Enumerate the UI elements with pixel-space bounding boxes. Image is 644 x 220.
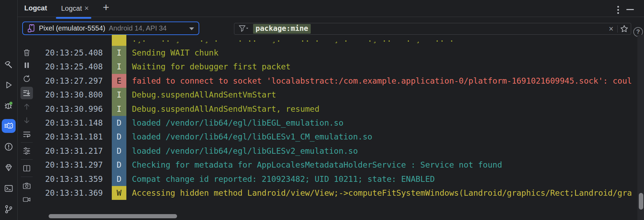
log-level-badge: I: [112, 60, 126, 74]
filter-input[interactable]: package:mine ×: [234, 23, 631, 35]
logcat-formatting-sliders-icon[interactable]: [22, 146, 31, 155]
log-row[interactable]: 20:13:27.297 E failed to connect to sock…: [36, 74, 637, 88]
log-row[interactable]: 20:13:30.996 I Debug.suspendAllAndSendVm…: [36, 102, 637, 116]
logcat-cat-icon: [4, 121, 14, 131]
dropdown-arrow-icon: [189, 27, 194, 30]
log-timestamp: 20:13:25.408: [45, 48, 103, 57]
device-details: Android 14, API 34: [109, 24, 167, 32]
clear-logcat-trash-icon[interactable]: [22, 48, 31, 57]
log-row[interactable]: 20:13:31.359 D Compat change id reported…: [36, 172, 637, 186]
log-level-badge: W: [112, 186, 126, 200]
next-occurrence-down-icon[interactable]: [22, 116, 31, 125]
kebab-menu-icon: [617, 9, 619, 11]
debug-running-dot: [9, 102, 12, 105]
virtual-device-phone-icon: [27, 24, 35, 33]
clear-filter-icon[interactable]: ×: [609, 24, 613, 34]
log-message: loaded /vendor/lib64/egl/libGLESv2_emula…: [132, 146, 358, 155]
tool-window-stripe: [0, 0, 18, 220]
log-timestamp: 20:13:27.297: [45, 76, 103, 85]
app-insights-gem-icon[interactable]: [4, 163, 14, 172]
log-level-badge: D: [112, 172, 126, 186]
log-row[interactable]: 20:13:31.148 D loaded /vendor/lib64/egl/…: [36, 116, 637, 130]
log-message: Debug.suspendAllAndSentVmStart: [132, 90, 276, 99]
screenshot-camera-icon[interactable]: [22, 181, 31, 190]
filter-query-chip: package:mine: [253, 24, 311, 34]
filter-funnel-icon: [239, 25, 249, 33]
log-timestamp: 20:13:30.800: [45, 90, 103, 99]
log-timestamp: 20:13:25.408: [45, 62, 103, 71]
header-divider: [18, 17, 644, 17]
tool-window-title: Logcat: [24, 4, 47, 12]
kebab-menu-icon: [617, 6, 619, 8]
log-message: failed to connect to socket 'localabstra…: [132, 76, 632, 85]
log-level-badge: D: [112, 144, 126, 158]
log-timestamp: 20:13:31.181: [45, 132, 103, 141]
run-play-icon[interactable]: [4, 80, 14, 90]
log-message: Debug.suspendAllAndSendVmStart, resumed: [132, 104, 319, 113]
log-message: Waiting for debugger first packet: [132, 62, 291, 71]
log-row[interactable]: 20:13:31.297 D Checking for metadata for…: [36, 158, 637, 172]
device-name: Pixel (emulator-5554): [39, 24, 105, 32]
vertical-scrollbar-thumb[interactable]: [639, 193, 643, 210]
log-timestamp: 20:13:31.297: [45, 160, 103, 169]
log-row[interactable]: 20:13:31.217 D loaded /vendor/lib64/egl/…: [36, 144, 637, 158]
log-level-badge: D: [112, 130, 126, 144]
scroll-to-end-icon: [22, 88, 31, 98]
build-hammer-icon[interactable]: [4, 60, 14, 70]
restart-logcat-icon[interactable]: [22, 74, 31, 83]
toolbar-separator: [21, 142, 33, 143]
log-timestamp: 20:13:31.359: [45, 175, 103, 184]
log-level-badge: D: [112, 116, 126, 130]
tab-logcat[interactable]: Logcat: [61, 5, 82, 12]
log-row[interactable]: 20:13:31.369 W Accessing hidden method L…: [36, 186, 637, 200]
log-row[interactable]: 20:13:30.800 I Debug.suspendAllAndSentVm…: [36, 88, 637, 102]
split-panel-icon[interactable]: [22, 164, 31, 173]
log-row[interactable]: 20:13:25.408 I Sending WAIT chunk: [36, 46, 637, 60]
log-row[interactable]: 20:13:31.181 D loaded /vendor/lib64/egl/…: [36, 130, 637, 144]
log-message: .¸. .. ¸ .¸ . . .. ¸. .. . ¸ . .¸ .. . ¸…: [132, 35, 454, 43]
minimize-icon[interactable]: [626, 9, 634, 10]
log-level-badge: I: [112, 102, 126, 116]
log-level-badge: E: [112, 74, 126, 88]
log-level-badge: I: [112, 46, 126, 60]
log-timestamp: 20:13:30.996: [45, 104, 103, 113]
device-selector-dropdown[interactable]: Pixel (emulator-5554) Android 14, API 34: [22, 22, 199, 35]
log-view[interactable]: .¸. .. ¸ .¸ . . .. ¸. .. . ¸ . .¸ .. . ¸…: [36, 35, 637, 220]
tab-close-icon[interactable]: ×: [84, 4, 89, 13]
log-message: loaded /vendor/lib64/egl/libGLESv1_CM_em…: [132, 132, 372, 141]
problems-icon[interactable]: [4, 142, 14, 152]
log-timestamp: 20:13:31.148: [45, 118, 103, 127]
log-timestamp: 20:13:31.217: [45, 146, 103, 155]
pause-logcat-icon[interactable]: [22, 61, 31, 70]
horizontal-scrollbar-thumb[interactable]: [49, 214, 177, 218]
log-message: loaded /vendor/lib64/egl/libEGL_emulatio…: [132, 118, 343, 127]
kebab-menu-icon: [617, 12, 619, 14]
terminal-icon[interactable]: [4, 184, 14, 193]
debug-bug-icon[interactable]: [4, 101, 14, 111]
star-icon[interactable]: [620, 24, 629, 33]
filter-divider: [617, 25, 618, 33]
log-message: Compat change id reported: 210923482; UI…: [132, 175, 435, 184]
log-level-badge: I: [112, 88, 126, 102]
scroll-to-end-selected-box[interactable]: [20, 87, 33, 99]
log-message: Accessing hidden method Landroid/view/Vi…: [132, 188, 632, 197]
toolbar-separator: [21, 177, 33, 177]
log-message: Sending WAIT chunk: [132, 48, 218, 57]
soft-wrap-icon[interactable]: [22, 130, 31, 139]
toolbar-separator: [21, 159, 33, 160]
scrollbar-gutter: [637, 35, 644, 220]
log-timestamp: 20:13:31.369: [45, 188, 103, 197]
log-level-badge: D: [112, 158, 126, 172]
active-tab-underline: [56, 17, 91, 19]
git-branch-icon[interactable]: [4, 204, 14, 214]
logcat-active-highlight[interactable]: [2, 119, 16, 133]
log-row[interactable]: 20:13:25.408 I Waiting for debugger firs…: [36, 60, 637, 74]
screen-record-video-icon[interactable]: [22, 195, 31, 204]
log-level-badge: [112, 35, 126, 46]
log-message: Checking for metadata for AppLocalesMeta…: [132, 160, 502, 169]
previous-occurrence-up-icon[interactable]: [22, 102, 31, 111]
new-tab-button[interactable]: +: [103, 1, 109, 14]
log-row-partial[interactable]: .¸. .. ¸ .¸ . . .. ¸. .. . ¸ . .¸ .. . ¸…: [36, 35, 637, 46]
